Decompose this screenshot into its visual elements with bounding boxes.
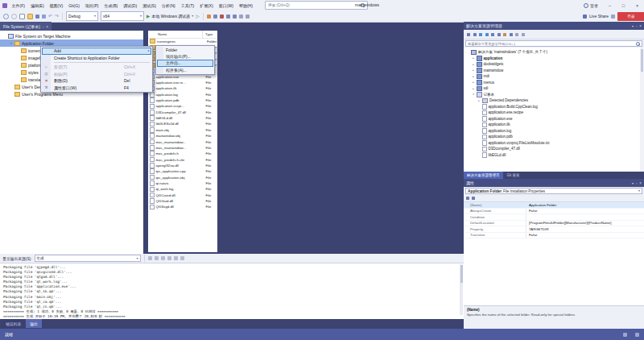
file-row[interactable]: moc_predefs.h File <box>148 151 217 156</box>
file-row[interactable]: qt.natvis File <box>148 180 217 186</box>
configuration-dropdown[interactable]: Debug <box>66 11 98 21</box>
property-value[interactable]: False <box>526 233 644 238</box>
maximize-button[interactable]: □ <box>617 0 630 10</box>
menu-item[interactable]: 扩展(X) <box>197 0 217 10</box>
solution-explorer-toolbar-icon[interactable] <box>515 33 518 36</box>
menu-item[interactable]: 测试(S) <box>140 0 159 10</box>
toolbar-icon[interactable] <box>55 15 59 19</box>
solution-explorer-toolbar-icon[interactable] <box>522 33 525 36</box>
output-toolbar-icon[interactable] <box>174 256 178 260</box>
solution-explorer-toolbar-icon[interactable] <box>503 33 506 36</box>
close-button[interactable]: × <box>630 0 644 10</box>
solution-explorer-toolbar-icon[interactable] <box>485 33 489 36</box>
solution-explorer-toolbar-icon[interactable] <box>467 33 470 36</box>
solution-tree-item[interactable]: ▸ dockwidgets <box>464 61 644 68</box>
file-row[interactable]: application.exe.re... File <box>148 80 217 85</box>
solution-tree-item[interactable]: ▸ mainwindow <box>464 68 644 74</box>
property-row[interactable]: Condition <box>464 214 644 221</box>
context-menu-item[interactable]: 删除(D) Del <box>42 77 151 85</box>
file-row[interactable]: Qt5Svgd.dll File <box>148 204 217 209</box>
solution-search-input[interactable]: 搜索解决方案资源管理器(Ctrl+;) <box>465 40 642 47</box>
tab-file-system[interactable]: File System (记事本) <box>0 22 52 31</box>
menu-item[interactable]: 分析(N) <box>159 0 178 10</box>
property-value[interactable]: Application Folder <box>526 202 644 208</box>
column-header-type[interactable]: Type <box>203 32 213 36</box>
solution-tree-item[interactable]: ▸ sdi <box>464 85 644 92</box>
pin-icon[interactable] <box>636 24 637 28</box>
submenu-item[interactable]: Folder <box>157 47 213 53</box>
output-toolbar-icon[interactable] <box>167 256 171 260</box>
context-menu-item[interactable]: Add ▸ <box>42 48 151 55</box>
tool-window-tab[interactable]: 解决方案资源管理器 <box>464 172 503 179</box>
property-row[interactable]: AlwaysCreate False <box>464 209 644 215</box>
properties-toolbar-icon[interactable] <box>466 197 469 200</box>
toolbar-icon[interactable] <box>19 14 25 19</box>
file-row[interactable]: libEGLd.dll File <box>148 115 217 121</box>
file-row[interactable]: iconengines Folder <box>148 39 217 44</box>
context-menu-item[interactable]: 粘贴(P) Ctrl+V <box>42 71 151 78</box>
close-icon[interactable] <box>639 181 642 185</box>
file-row[interactable]: application.ilk File <box>148 85 217 91</box>
account-red-button[interactable]: 登录 <box>617 12 644 21</box>
solution-tree-item[interactable]: ▸ menus <box>464 80 644 86</box>
toolbar-icon[interactable] <box>35 15 39 19</box>
file-row[interactable]: qt_work.log File <box>148 186 217 192</box>
file-row[interactable]: D3Dcompiler_47.dll File <box>148 110 217 115</box>
file-row[interactable]: moc_mainwindow... File <box>148 145 217 151</box>
solution-tree-item[interactable]: libEGLd.dll <box>464 152 644 159</box>
property-value[interactable]: TARGETDIR <box>526 226 644 232</box>
file-row[interactable]: Qt5Cored.dll File <box>148 192 217 197</box>
file-row[interactable]: mainwindow.obj File <box>148 133 217 139</box>
output-toolbar-icon[interactable] <box>148 256 152 260</box>
file-row[interactable]: application.log File <box>148 92 217 97</box>
submenu-item[interactable]: 项目输出(P)... <box>157 53 213 60</box>
solution-tree-item[interactable]: ▸ Detected Dependencies <box>464 97 644 104</box>
toolbar-icon[interactable] <box>11 14 17 19</box>
solution-tree-item[interactable]: D3Dcompiler_47.dll <box>464 146 644 152</box>
expander-icon[interactable]: ▸ <box>472 81 475 84</box>
property-value[interactable]: False <box>526 209 644 214</box>
menu-item[interactable]: 编辑(E) <box>27 0 47 10</box>
toolbar-icon[interactable] <box>27 14 33 19</box>
file-row[interactable]: application.pdb File <box>148 97 217 103</box>
context-menu-item[interactable]: 剪切(T) Ctrl+X <box>42 64 151 71</box>
expander-icon[interactable]: ▸ <box>472 56 475 60</box>
file-row[interactable]: opengl32sw.dll File <box>148 163 217 168</box>
start-debugging-button[interactable]: 本地 Windows 调试器 <box>147 14 193 19</box>
file-row[interactable]: Qt5Guid.dll File <box>148 198 217 204</box>
live-share-label[interactable]: Live Share <box>589 14 609 19</box>
property-row[interactable]: Transitive False <box>464 233 644 239</box>
scrollbar[interactable] <box>460 264 463 315</box>
menu-item[interactable]: Git(G) <box>66 0 83 10</box>
menu-item[interactable]: 生成(B) <box>101 0 121 10</box>
toolbar-icon[interactable] <box>239 15 243 19</box>
toolbar-icon[interactable] <box>226 15 230 19</box>
pin-icon[interactable] <box>636 181 637 185</box>
window-menu-icon[interactable] <box>632 181 634 185</box>
column-header-name[interactable]: Name <box>148 31 203 38</box>
property-value[interactable]: [ProgramFiles64Folder][Manufacturer]\[Pr… <box>526 221 644 226</box>
toolbar-icon[interactable] <box>233 15 237 19</box>
tree-item[interactable]: File System on Target Machine <box>0 32 143 39</box>
quick-search-input[interactable]: 搜索 (Ctrl+Q) <box>265 1 368 10</box>
sign-in-button[interactable]: 登录 <box>579 3 603 8</box>
feedback-icon[interactable] <box>635 333 639 337</box>
close-icon[interactable] <box>46 24 48 29</box>
file-row[interactable]: moc_predefs.h.cbt File <box>148 156 217 162</box>
solution-explorer-toolbar-icon[interactable] <box>510 33 513 36</box>
file-row[interactable]: libGLESv2d.dll File <box>148 121 217 126</box>
toolbar-icon[interactable] <box>246 15 250 19</box>
property-value[interactable] <box>526 214 644 220</box>
properties-toolbar-icon[interactable] <box>472 197 475 200</box>
file-row[interactable]: qrc_application.cpp File <box>148 168 217 174</box>
property-row[interactable]: Property TARGETDIR <box>464 226 644 233</box>
solution-explorer-toolbar-icon[interactable] <box>473 33 477 36</box>
submenu-item[interactable]: 文件(I)... <box>157 60 213 66</box>
toolbar-icon[interactable] <box>3 14 9 19</box>
close-icon[interactable] <box>639 24 642 28</box>
solution-tree-item[interactable]: application.ilk <box>464 122 644 128</box>
scrollbar[interactable] <box>640 48 644 172</box>
toolbar-icon[interactable] <box>220 15 224 19</box>
file-row[interactable]: moc_mainwindow... File <box>148 139 217 144</box>
solution-explorer-toolbar-icon[interactable] <box>491 33 494 36</box>
